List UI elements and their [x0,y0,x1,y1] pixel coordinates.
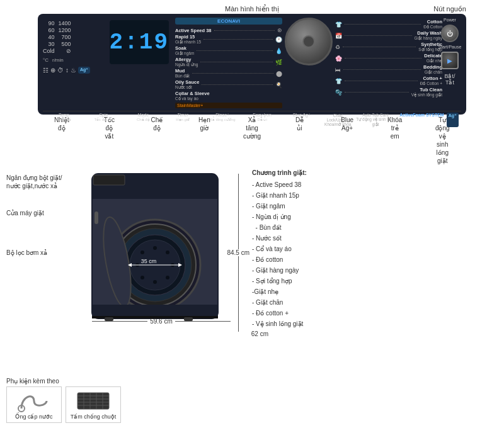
panel-display: 2:19 [110,20,169,64]
dim-width: 59.6 cm [92,318,231,325]
svg-point-14 [140,276,144,279]
prog-tub-name: Tub Clean [411,87,442,93]
prog-allergy-name: Allergy [175,57,198,62]
prog-rapid[interactable]: Rapid 15 Giặt nhanh 15 🕐 [175,34,282,45]
prog-active-speed[interactable]: Active Speed 38 ⊛ [175,27,282,33]
prog-list-item-10: - Sợi tổng hợp [252,276,498,286]
activefoam-badge: ActiveFoam SYSTEM [399,113,444,127]
panel-icon-3[interactable]: ⏱ [57,67,64,74]
programs-list-panel: Chương trình giặt: - Active Speed 38 - G… [247,167,498,337]
prog-icon-1: ⊛ [277,27,282,33]
power-button[interactable]: ⏻ [441,25,459,42]
prog-r-icon-1: 👕 [335,21,342,28]
panel-icon-1[interactable]: ☷ [43,67,49,74]
prog-rapid-name: Rapid 15 [175,34,201,40]
prog-rapid-sub: Giặt nhanh 15 [175,40,201,45]
start-pause-label: Start/Pause [438,45,462,49]
prog-daily[interactable]: 📅 Daily Wash Giặt hàng ngày [335,30,442,41]
spin-1200: 1200 [59,27,71,33]
temp-60: 60 [43,27,55,33]
bottom-spin: SpinTốc độ vắt [85,113,122,127]
prog-delicate[interactable]: 🌸 Delicate Giặt nhẹ [335,53,442,64]
ag-badge-bottom: Ag⁺ [447,113,459,127]
start-pause-button[interactable]: ▶ [441,52,459,69]
prog-icon-2: 🕐 [275,37,282,43]
prog-soak-sub: Giặt ngâm [175,51,194,56]
mat-icon [74,390,112,412]
svg-rect-17 [94,211,98,224]
prog-dots-3 [197,50,273,51]
prog-list-item-9: - Giặt hàng ngày [252,265,498,276]
panel-icon-2[interactable]: ⊕ [50,67,55,74]
dim-height: 84.5 cm [227,174,249,332]
prog-list-item-4: - Ngừa dị ứng [252,211,498,222]
prog-icon-6: 🍳 [275,82,282,88]
prog-cotton[interactable]: 👕 Cotton Đồ Cotton [335,19,442,30]
panel-left: 90 60 40 30 Cold 1400 1200 700 500 ⊘ [43,18,103,74]
prog-dots-5 [192,73,273,74]
svg-rect-22 [93,175,125,185]
prog-collar[interactable]: Collar & Sleeve Cổ và tay áo [175,91,282,101]
spin-empty: ⊘ [59,48,71,54]
knob-area [285,18,333,65]
prog-synthetic[interactable]: ♻ Synthetic Sợi tổng hợp [335,42,442,52]
ag-badge: Ag⁺ [78,67,90,74]
prog-oily[interactable]: Oily Sauce Nước sốt 🍳 [175,79,282,90]
svg-rect-26 [77,393,109,409]
prog-dots-4 [200,62,273,62]
hose-icon [15,390,53,412]
prog-list-item-14: - Vệ sinh lồng giặt [252,318,498,329]
panel-icon-5[interactable]: ♨ [71,67,76,74]
prog-mud[interactable]: Mud Bùn đất ⬤ [175,68,282,79]
prog-r-dots-7 [345,92,409,93]
prog-icon-3: 💧 [275,48,282,54]
prog-list-item-2: - Giặt nhanh 15p [252,190,498,201]
child-lock-label: Child Lock/UnlockKhóa/mở khóa [323,113,353,127]
main-body: Ngăn đựng bột giặt/ nước giặt,nước xả Cử… [6,167,498,337]
spin-700: 700 [59,34,71,40]
bottom-blue-ag: Blue Ag+ [284,113,321,127]
prog-list-item-12: - Giặt chăn [252,297,498,308]
acc-mat-label: Tấm chống chuột [69,414,118,420]
acc-item-mat: Tấm chống chuột [66,386,121,423]
prog-mud-sub: Bùn đất [175,74,190,79]
prog-list-item-3: - Giặt ngâm [252,201,498,211]
accessories-section: Phụ kiện kèm theo Ống cấp nước [6,378,145,423]
program-knob[interactable] [285,18,333,65]
svg-text:35 cm: 35 cm [141,258,157,264]
prog-r-dots-5 [343,69,421,70]
svg-point-12 [166,276,169,279]
bottom-mode: ModeChế độ [125,113,162,127]
programs-right: 👕 Cotton Đồ Cotton 📅 Daily Wash Giặt hàn… [335,18,442,99]
prog-dots-1 [214,30,275,31]
prog-dots-2 [203,39,273,40]
prog-tub-clean[interactable]: 🫧 Tub Clean Vệ sinh lồng giặt [335,87,442,98]
panel-icon-4[interactable]: ↕ [66,67,69,74]
bottom-rinse: Rinse+Xả tăng cường [204,113,241,127]
prog-bedding[interactable]: 🛏 Bedding Giặt chăn [335,64,442,75]
annotation-bot-giat: Ngăn đựng bột giặt/ nước giặt,nước xả [6,174,76,190]
prog-r-icon-7: 🫧 [335,89,342,96]
prog-cotton-plus[interactable]: 👕 Cotton + Đồ Cotton + [335,76,442,86]
prog-mud-name: Mud [175,68,190,74]
prog-soak[interactable]: Soak Giặt ngâm 💧 [175,45,282,56]
svg-rect-2 [92,186,218,199]
prog-allergy[interactable]: Allergy Ngừa dị ứng 🌿 [175,57,282,67]
prog-r-icon-3: ♻ [335,44,340,50]
accessories-title: Phụ kiện kèm theo [6,378,145,385]
page: Màn hình hiển thị Nút nguồn 90 60 40 30 … [0,0,504,428]
svg-point-8 [140,251,144,254]
prog-oily-sub: Nước sốt [175,85,199,90]
prog-r-dots-2 [345,35,412,36]
prog-list-item-7: - Cổ và tay áo [252,244,498,254]
power-area: Power ⏻ Start/Pause ▶ Bật/Tắt [438,18,461,86]
prog-oily-name: Oily Sauce [175,79,199,85]
prog-list-item-8: - Đồ cotton [252,254,498,265]
temp-cold: Cold [43,48,55,54]
display-time: 2:19 [110,30,169,55]
prog-icon-4: 🌿 [275,59,282,65]
prog-list-item-6: - Nước sốt [252,233,498,244]
bottom-temp: TempNhiệt độ [45,113,83,127]
temp-90: 90 [43,20,55,26]
bottom-timer: TimerHẹn giờ [164,113,202,127]
